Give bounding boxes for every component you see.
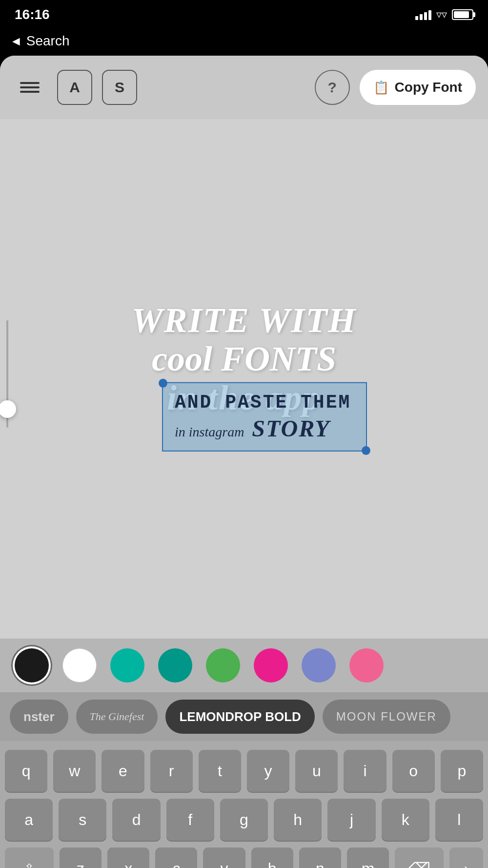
key-q[interactable]: q [5, 750, 47, 792]
main-text-line2: cool FONTS [132, 340, 357, 378]
key-j[interactable]: j [327, 799, 375, 841]
help-button[interactable]: ? [315, 70, 350, 105]
slider-track [6, 320, 8, 428]
selected-text-line2: in instagram STORY [175, 415, 354, 442]
menu-line-2 [20, 86, 40, 88]
key-o[interactable]: o [392, 750, 435, 792]
key-v[interactable]: v [203, 847, 245, 868]
battery-icon [452, 9, 473, 20]
key-delete[interactable]: ⌫ [395, 847, 444, 868]
key-d[interactable]: d [112, 799, 160, 841]
wifi-icon: ▿▿ [436, 8, 447, 21]
status-bar: 16:16 ▿▿ [0, 0, 488, 29]
font-pill-moonflower[interactable]: MOON FLOWER [323, 700, 450, 734]
key-k[interactable]: k [382, 799, 429, 841]
font-s-button[interactable]: S [102, 70, 137, 105]
color-hot-pink[interactable] [349, 648, 384, 682]
font-a-label: A [69, 79, 80, 96]
font-pill-monster[interactable]: nster [10, 700, 68, 734]
key-f[interactable]: f [166, 799, 214, 841]
canvas-area: WRITE WITH cool FONTS in the app And pas… [0, 119, 488, 639]
key-m[interactable]: m [347, 847, 389, 868]
color-white[interactable] [62, 648, 97, 682]
help-label: ? [327, 79, 336, 96]
copy-font-button[interactable]: 📋 Copy Font [360, 70, 476, 105]
color-green[interactable] [206, 648, 240, 682]
slider-thumb[interactable] [0, 400, 16, 418]
menu-line-3 [20, 91, 40, 93]
selected-text-prefix: in instagram [175, 424, 244, 440]
font-monster-label: nster [23, 709, 55, 724]
selected-text-box[interactable]: And paste them in instagram STORY [162, 382, 367, 452]
key-b[interactable]: b [251, 847, 293, 868]
font-ginefest-label: The Ginefest [90, 710, 144, 723]
keyboard-row-2: a s d f g h j k l [5, 799, 483, 841]
key-l[interactable]: l [435, 799, 483, 841]
signal-icon [415, 9, 431, 20]
font-moonflower-label: MOON FLOWER [336, 710, 437, 723]
menu-line-1 [20, 82, 40, 84]
keyboard: q w e r t y u i o p a s d f g h j k l ⇧ … [0, 741, 488, 868]
key-n[interactable]: n [299, 847, 341, 868]
key-i[interactable]: i [344, 750, 386, 792]
key-u[interactable]: u [295, 750, 338, 792]
color-teal-dark[interactable] [158, 648, 192, 682]
back-navigation[interactable]: ◄ Search [0, 29, 488, 56]
key-p[interactable]: p [441, 750, 483, 792]
font-pill-ginefest[interactable]: The Ginefest [76, 700, 158, 734]
status-time: 16:16 [15, 7, 50, 22]
key-z[interactable]: z [60, 847, 102, 868]
color-slate-blue[interactable] [302, 648, 336, 682]
main-text-line1: WRITE WITH [132, 301, 357, 340]
key-shift[interactable]: ⇧ [5, 847, 54, 868]
menu-button[interactable] [12, 70, 47, 105]
color-teal-light[interactable] [110, 648, 144, 682]
key-t[interactable]: t [199, 750, 241, 792]
color-black[interactable] [15, 648, 49, 682]
resize-handle-top-left[interactable] [159, 379, 167, 388]
key-y[interactable]: y [247, 750, 289, 792]
status-icons: ▿▿ [415, 8, 473, 21]
selected-text-line1: And paste them [175, 392, 354, 413]
color-pink[interactable] [254, 648, 288, 682]
key-chevron[interactable]: › [449, 847, 483, 868]
top-nav: A S ? 📋 Copy Font [0, 56, 488, 119]
key-c[interactable]: c [155, 847, 197, 868]
key-w[interactable]: w [53, 750, 96, 792]
key-h[interactable]: h [274, 799, 322, 841]
vertical-slider[interactable] [0, 310, 15, 447]
font-selector: nster The Ginefest LEMONDROP BOLD MOON F… [0, 692, 488, 741]
font-a-button[interactable]: A [57, 70, 92, 105]
keyboard-row-3: ⇧ z x c v b n m ⌫ › [5, 847, 483, 868]
font-s-label: S [115, 79, 124, 96]
copy-font-label: Copy Font [395, 80, 462, 95]
key-x[interactable]: x [107, 847, 149, 868]
selected-text-suffix: STORY [252, 415, 330, 442]
key-g[interactable]: g [220, 799, 268, 841]
color-picker [0, 639, 488, 692]
resize-handle-bottom-right[interactable] [362, 446, 370, 455]
font-pill-lemondrop[interactable]: LEMONDROP BOLD [165, 700, 314, 734]
key-r[interactable]: r [150, 750, 193, 792]
key-e[interactable]: e [102, 750, 144, 792]
key-s[interactable]: s [59, 799, 106, 841]
app-container: A S ? 📋 Copy Font WRITE WITH cool FONTS … [0, 56, 488, 868]
font-lemondrop-label: LEMONDROP BOLD [179, 709, 301, 724]
back-arrow-icon: ◄ [10, 34, 22, 49]
keyboard-row-1: q w e r t y u i o p [5, 750, 483, 792]
copy-font-icon: 📋 [373, 80, 389, 95]
key-a[interactable]: a [5, 799, 53, 841]
back-label: Search [26, 33, 70, 49]
